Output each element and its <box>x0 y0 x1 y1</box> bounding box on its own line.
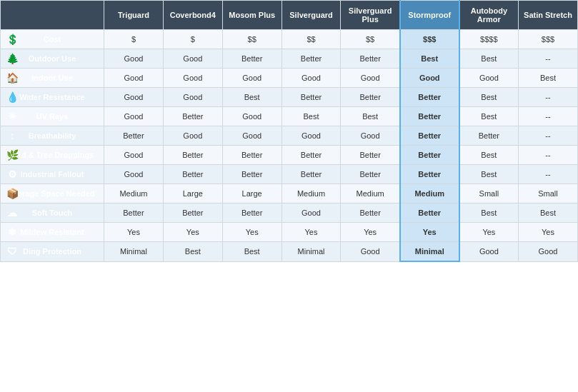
cell-mildew-resistant-mosomplus: Yes <box>222 223 281 242</box>
cell-uv-rays-coverbond4: Better <box>163 107 222 126</box>
cell-value: Better <box>301 151 322 159</box>
row-label-bird-tree-droppings: 🌿Bird & Tree Droppings <box>1 146 104 165</box>
cell-uv-rays-silverguardplus: Best <box>341 107 400 126</box>
cell-uv-rays-satinstretch: -- <box>519 107 578 126</box>
cell-ding-protection-stormproof: Minimal <box>400 242 459 262</box>
cell-value: Best <box>540 74 556 82</box>
cell-value: $$$$ <box>480 35 497 44</box>
cell-outdoor-use-mosomplus: Better <box>222 49 281 69</box>
cell-water-resistance-coverbond4: Good <box>163 88 222 107</box>
cell-value: Best <box>185 247 201 256</box>
column-header-coverbond4: Coverbond4 <box>163 1 222 30</box>
cell-value: Better <box>359 208 380 217</box>
cell-value: Good <box>124 74 143 82</box>
cell-industrial-fallout-mosomplus: Better <box>222 165 281 184</box>
cell-value: Yes <box>482 228 495 236</box>
cell-uv-rays-mosomplus: Good <box>222 107 281 126</box>
cell-mildew-resistant-stormproof: Yes <box>400 223 459 242</box>
cell-value: Better <box>182 112 203 121</box>
column-header-triguard: Triguard <box>104 1 164 30</box>
cell-value: Better <box>182 170 203 179</box>
cell-indoor-use-satinstretch: Best <box>519 69 578 88</box>
ding-icon: 🛡 <box>4 243 21 260</box>
cell-industrial-fallout-satinstretch: -- <box>519 165 578 184</box>
cell-value: Best <box>481 170 497 179</box>
cell-industrial-fallout-silverguardplus: Better <box>341 165 400 184</box>
cell-value: Good <box>361 131 380 140</box>
cell-ding-protection-satinstretch: Good <box>519 242 578 262</box>
row-label-text-uv-rays: UV Rays <box>36 112 69 121</box>
cell-value: Minimal <box>415 247 444 256</box>
cell-value: Good <box>183 54 202 63</box>
table-row-uv-rays: ☀UV RaysGoodBetterGoodBestBestBetterBest… <box>1 107 578 126</box>
cell-value: Better <box>182 208 203 217</box>
cell-breathability-satinstretch: -- <box>519 126 578 146</box>
cell-indoor-use-stormproof: Good <box>400 69 459 88</box>
cell-value: Best <box>540 208 556 217</box>
cell-indoor-use-coverbond4: Good <box>163 69 222 88</box>
cell-storage-space-autobodyarmor: Small <box>459 184 519 203</box>
cell-indoor-use-silverguard: Good <box>281 69 341 88</box>
cell-outdoor-use-silverguard: Better <box>281 49 341 69</box>
uv-icon: ☀ <box>4 108 21 125</box>
cell-outdoor-use-autobodyarmor: Best <box>459 49 519 69</box>
row-label-ding-protection: 🛡Ding Protection <box>1 242 104 262</box>
cell-uv-rays-stormproof: Better <box>400 107 459 126</box>
cell-value: Better <box>182 151 203 159</box>
cell-value: Good <box>479 247 499 256</box>
cell-indoor-use-mosomplus: Good <box>222 69 281 88</box>
cell-value: Good <box>242 74 261 82</box>
cell-value: Good <box>183 93 202 101</box>
cell-outdoor-use-coverbond4: Good <box>163 49 222 69</box>
row-label-text-mildew-resistant: Mildew Resistant <box>20 228 84 236</box>
cell-bird-tree-droppings-autobodyarmor: Best <box>459 146 519 165</box>
cell-value: Medium <box>297 189 325 198</box>
cell-soft-touch-coverbond4: Better <box>163 203 222 223</box>
column-header-autobodyarmor: Autobody Armor <box>459 1 519 30</box>
cell-value: $$ <box>248 35 256 44</box>
cell-industrial-fallout-stormproof: Better <box>400 165 459 184</box>
table-row-industrial-fallout: ⚙Industrial FalloutGoodBetterBetterBette… <box>1 165 578 184</box>
outdoor-icon: 🌲 <box>4 50 21 67</box>
cell-mildew-resistant-silverguard: Yes <box>281 223 341 242</box>
cell-value: Best <box>421 54 438 63</box>
row-label-text-cost: Cost <box>44 35 61 44</box>
cell-value: -- <box>545 112 550 121</box>
row-label-outdoor-use: 🌲Outdoor Use <box>1 49 104 69</box>
cell-value: Good <box>361 74 380 82</box>
breath-icon: ↕ <box>4 127 21 144</box>
cell-water-resistance-mosomplus: Best <box>222 88 281 107</box>
cell-value: Better <box>418 112 441 121</box>
cell-industrial-fallout-triguard: Good <box>104 165 164 184</box>
cell-value: -- <box>545 151 550 159</box>
cell-ding-protection-autobodyarmor: Good <box>459 242 519 262</box>
cell-soft-touch-stormproof: Better <box>400 203 459 223</box>
cell-soft-touch-mosomplus: Better <box>222 203 281 223</box>
cell-value: Good <box>124 54 143 63</box>
cell-cost-satinstretch: $$$ <box>519 30 578 49</box>
cell-value: Medium <box>119 189 147 198</box>
industrial-icon: ⚙ <box>4 166 21 183</box>
cell-storage-space-mosomplus: Large <box>222 184 281 203</box>
cell-breathability-mosomplus: Good <box>222 126 281 146</box>
cell-cost-stormproof: $$$ <box>400 30 459 49</box>
cell-value: Better <box>418 151 441 159</box>
cell-value: Yes <box>364 228 377 236</box>
cell-value: Better <box>418 208 441 217</box>
cell-breathability-autobodyarmor: Better <box>459 126 519 146</box>
cell-bird-tree-droppings-silverguardplus: Better <box>341 146 400 165</box>
cell-value: Best <box>481 151 497 159</box>
cell-value: Medium <box>414 189 444 198</box>
cell-value: Best <box>481 112 497 121</box>
column-header-stormproof: Stormproof <box>400 1 459 30</box>
table-row-storage-space: 📦Storage Space NeededMediumLargeLargeMed… <box>1 184 578 203</box>
cell-value: Good <box>183 131 202 140</box>
table-row-cost: 💲Cost$$$$$$$$$$$$$$$$$$ <box>1 30 578 49</box>
table-row-indoor-use: 🏠Indoor UseGoodGoodGoodGoodGoodGoodGoodB… <box>1 69 578 88</box>
cell-value: Best <box>362 112 378 121</box>
cell-value: Good <box>302 131 321 140</box>
cell-value: Yes <box>305 228 318 236</box>
cell-value: Good <box>183 74 202 82</box>
cell-industrial-fallout-coverbond4: Better <box>163 165 222 184</box>
row-label-soft-touch: ☁Soft Touch <box>1 203 104 223</box>
